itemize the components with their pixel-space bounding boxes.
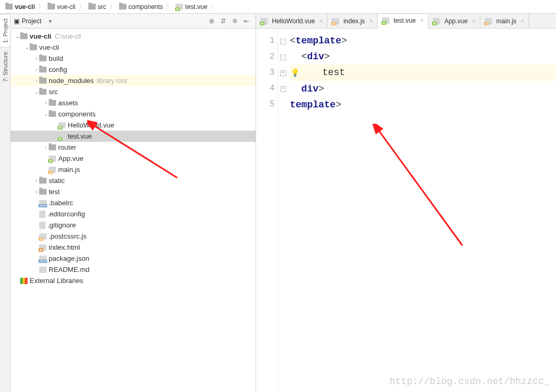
json-icon	[39, 256, 47, 262]
code-line[interactable]: template>	[290, 97, 556, 113]
folder-icon	[39, 189, 47, 195]
tree-arrow-icon[interactable]: ›	[34, 78, 39, 84]
line-gutter: 12345	[256, 29, 278, 392]
tab-label: test.vue	[394, 17, 416, 24]
tree-arrow-icon[interactable]: ⌄	[24, 44, 30, 50]
tree-row[interactable]: index.html	[11, 242, 256, 253]
editor-tab[interactable]: HelloWorld.vue ×	[256, 14, 327, 28]
breadcrumb-item[interactable]: components	[117, 3, 165, 11]
tree-arrow-icon[interactable]: ›	[34, 178, 39, 184]
tab-label: main.js	[496, 17, 516, 25]
tree-arrow-icon[interactable]: ›	[43, 100, 49, 106]
tree-row[interactable]: › assets	[11, 97, 256, 108]
tree-arrow-icon[interactable]: ⌄	[15, 33, 20, 39]
breadcrumb-sep: 〉	[166, 2, 172, 11]
tree-row[interactable]: main.js	[11, 164, 256, 175]
tree-arrow-icon[interactable]: ›	[34, 67, 39, 72]
folder-icon	[39, 78, 47, 84]
fold-marker[interactable]: -	[278, 49, 288, 65]
gear-icon[interactable]: ✲	[229, 15, 241, 27]
close-icon[interactable]: ×	[472, 17, 476, 25]
breadcrumb-item[interactable]: test.vue	[174, 3, 209, 11]
tree-row[interactable]: › test	[11, 186, 256, 197]
tree-label: main.js	[58, 166, 80, 174]
tree-row[interactable]: › static	[11, 175, 256, 186]
js-icon	[49, 167, 56, 173]
vue-icon	[58, 133, 66, 140]
fold-marker[interactable]: +	[278, 65, 288, 80]
tree-arrow-icon[interactable]: ⌄	[43, 111, 49, 117]
intention-bulb-icon[interactable]: 💡	[290, 65, 299, 81]
tree-row[interactable]: .gitignore	[11, 220, 256, 231]
editor-tab[interactable]: index.js ×	[327, 14, 378, 28]
folder-icon	[49, 100, 56, 106]
breadcrumb-sep: 〉	[38, 2, 44, 11]
tree-row[interactable]: .postcssrc.js	[11, 231, 256, 242]
tree-row[interactable]: › config	[11, 64, 256, 75]
project-title[interactable]: Project	[22, 17, 41, 25]
tree-arrow-icon[interactable]: ›	[34, 189, 39, 195]
folder-icon	[88, 4, 96, 10]
editor-tab[interactable]: test.vue ×	[378, 14, 429, 29]
js-icon	[39, 233, 47, 240]
fold-marker[interactable]: +	[278, 80, 288, 96]
tree-row[interactable]: › router	[11, 142, 256, 153]
tree-label: .gitignore	[48, 221, 76, 229]
tree-row[interactable]: README.md	[11, 264, 256, 275]
close-icon[interactable]: ×	[319, 17, 323, 25]
js-icon	[485, 18, 492, 24]
tree-row[interactable]: ⌄ src	[11, 86, 256, 97]
tree-row[interactable]: HelloWorld.vue	[11, 120, 256, 131]
tree-row[interactable]: ⌄ components	[11, 108, 256, 120]
line-number: 5	[256, 96, 275, 112]
hide-icon[interactable]: ⇤	[241, 15, 252, 27]
tree-row[interactable]: App.vue	[11, 153, 256, 164]
sidetab-project[interactable]: 1: Project	[0, 14, 10, 47]
breadcrumb-label: test.vue	[185, 3, 207, 11]
code-line[interactable]: div>	[290, 81, 556, 97]
breadcrumb-label: components	[129, 3, 163, 11]
project-tree[interactable]: ⌄ vue-cli C:\vue-cli ⌄ vue-cli › build ›…	[11, 29, 256, 392]
tree-row[interactable]: package.json	[11, 253, 256, 264]
tree-arrow-icon[interactable]: ›	[34, 56, 39, 61]
collapse-all-icon[interactable]: ⇵	[217, 15, 229, 27]
tree-row[interactable]: › build	[11, 53, 256, 64]
fold-marker[interactable]: -	[278, 33, 288, 49]
tree-arrow-icon[interactable]: ›	[43, 144, 49, 150]
breadcrumb-item[interactable]: vue-cli	[45, 3, 78, 11]
code-content[interactable]: <template> <div>💡 test div>template>	[288, 29, 556, 392]
code-line[interactable]: 💡 test	[290, 65, 556, 81]
tree-row[interactable]: test.vue	[11, 131, 256, 142]
folder-icon	[39, 178, 47, 184]
folder-icon	[49, 144, 56, 150]
editor-tab[interactable]: main.js ×	[480, 14, 529, 28]
tab-label: App.vue	[444, 17, 468, 25]
tree-row[interactable]: › node_modules library root	[11, 75, 256, 86]
tree-label: HelloWorld.vue	[68, 121, 114, 129]
tree-label: .postcssrc.js	[49, 232, 87, 240]
close-icon[interactable]: ×	[369, 17, 373, 25]
tree-arrow-icon[interactable]: ⌄	[34, 89, 39, 95]
folder-icon	[30, 44, 37, 50]
tree-label: App.vue	[58, 154, 84, 162]
folder-icon	[20, 33, 28, 39]
tree-row[interactable]: ⌄ vue-cli C:\vue-cli	[11, 31, 256, 42]
locate-icon[interactable]: ⊕	[206, 15, 217, 27]
code-line[interactable]: <div>	[290, 49, 556, 65]
tree-row[interactable]: External Libraries	[11, 275, 256, 286]
editor-tab[interactable]: App.vue ×	[429, 14, 480, 28]
tree-row[interactable]: .babelrc	[11, 197, 256, 208]
sidetab-structure[interactable]: 7: Structure	[0, 47, 10, 86]
code-line[interactable]: <template>	[290, 33, 556, 49]
vue-icon	[433, 18, 440, 24]
breadcrumb-item[interactable]: src	[86, 3, 108, 11]
tab-label: HelloWorld.vue	[272, 17, 315, 25]
close-icon[interactable]: ×	[521, 17, 524, 25]
close-icon[interactable]: ×	[420, 17, 424, 24]
fold-gutter[interactable]: --++	[278, 29, 288, 392]
chevron-down-icon[interactable]: ▾	[49, 17, 52, 25]
tree-row[interactable]: ⌄ vue-cli	[11, 42, 256, 53]
tree-row[interactable]: .editorconfig	[11, 208, 256, 220]
editor-body[interactable]: 12345 --++ <template> <div>💡 test div>te…	[256, 29, 556, 392]
breadcrumb-item[interactable]: vue-cli	[3, 3, 37, 11]
